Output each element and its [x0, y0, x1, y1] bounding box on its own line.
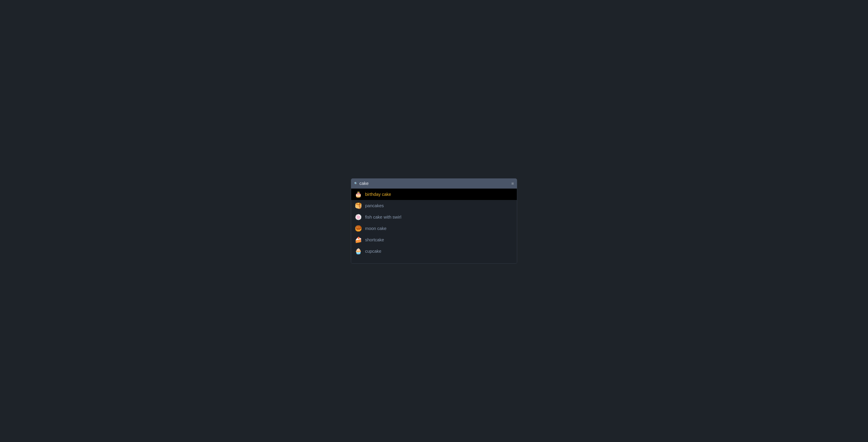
result-item[interactable]: 🥞pancakes — [351, 200, 517, 211]
search-icon: 🔍 — [354, 182, 358, 185]
result-emoji: 🥮 — [354, 226, 362, 231]
result-emoji: 🥞 — [354, 203, 362, 209]
result-item[interactable]: 🎂birthday cake — [351, 188, 517, 200]
result-emoji: 🍰 — [354, 237, 362, 243]
results-list: 🎂birthday cake🥞pancakes🍥fish cake with s… — [351, 188, 517, 263]
result-item[interactable]: 🍥fish cake with swirl — [351, 211, 517, 223]
result-label: fish cake with swirl — [365, 215, 401, 220]
search-input[interactable] — [360, 181, 510, 186]
search-bar: 🔍 ⊠ — [351, 179, 517, 188]
result-label: moon cake — [365, 226, 386, 231]
result-label: shortcake — [365, 237, 384, 242]
result-emoji: 🎂 — [354, 191, 362, 197]
result-label: pancakes — [365, 203, 384, 208]
result-emoji: 🍥 — [354, 214, 362, 220]
result-item[interactable]: 🍰shortcake — [351, 234, 517, 245]
result-emoji: 🧁 — [354, 248, 362, 254]
result-item[interactable]: 🧁cupcake — [351, 245, 517, 257]
result-label: birthday cake — [365, 192, 391, 197]
result-item[interactable]: 🥮moon cake — [351, 223, 517, 234]
clear-icon[interactable]: ⊠ — [512, 182, 514, 185]
app-window: 🔍 ⊠ 🎂birthday cake🥞pancakes🍥fish cake wi… — [351, 178, 517, 264]
result-label: cupcake — [365, 249, 381, 254]
